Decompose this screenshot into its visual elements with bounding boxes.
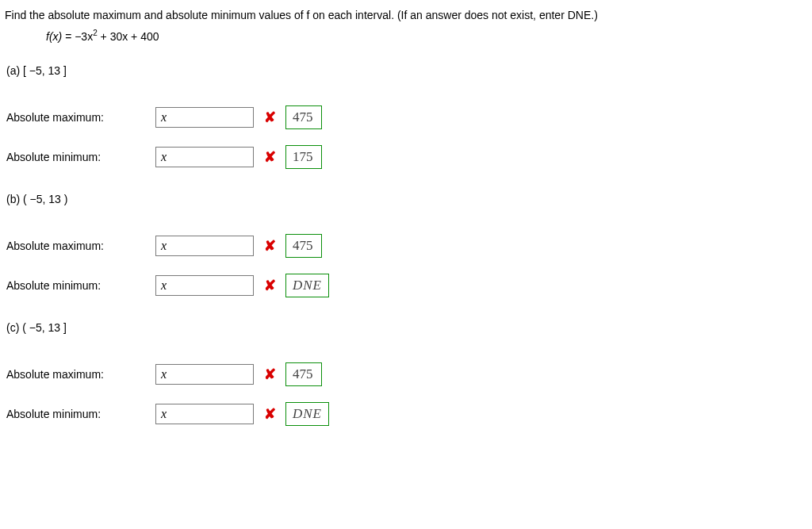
answer-input[interactable]: x: [155, 364, 254, 385]
part-a-max-row: Absolute maximum: x ✘ 475: [6, 101, 807, 134]
wrong-icon: ✘: [263, 237, 276, 255]
answer-input[interactable]: x: [155, 404, 254, 424]
wrong-icon: ✘: [263, 148, 276, 166]
correct-answer-box: 475: [285, 362, 322, 386]
answer-input[interactable]: x: [155, 147, 254, 167]
wrong-icon: ✘: [263, 405, 276, 423]
fn-rhs-a: −3x: [75, 29, 93, 42]
abs-min-label: Absolute minimum:: [6, 279, 155, 292]
answer-input[interactable]: x: [155, 236, 254, 256]
part-c-min-row: Absolute minimum: x ✘ DNE: [6, 397, 807, 431]
abs-min-label: Absolute minimum:: [6, 151, 155, 163]
correct-answer-box: 475: [285, 234, 322, 258]
answer-input[interactable]: x: [155, 107, 254, 128]
fn-rhs-b: + 30x + 400: [98, 29, 159, 42]
wrong-icon: ✘: [263, 366, 276, 383]
question-prompt: Find the absolute maximum and absolute m…: [5, 8, 807, 24]
abs-max-label: Absolute maximum:: [6, 240, 155, 252]
correct-answer-box: 175: [285, 145, 322, 169]
prompt-text: Find the absolute maximum and absolute m…: [5, 9, 598, 21]
abs-max-label: Absolute maximum:: [6, 111, 155, 124]
part-a-min-row: Absolute minimum: x ✘ 175: [6, 140, 807, 174]
function-definition: f(x) = −3x2 + 30x + 400: [46, 29, 807, 43]
wrong-icon: ✘: [263, 277, 276, 294]
part-b-label: (b) ( −5, 13 ): [6, 193, 807, 205]
correct-answer-box: 475: [285, 105, 322, 129]
abs-min-label: Absolute minimum:: [6, 408, 155, 420]
part-c-max-row: Absolute maximum: x ✘ 475: [6, 358, 807, 391]
wrong-icon: ✘: [263, 109, 276, 126]
part-b-max-row: Absolute maximum: x ✘ 475: [6, 229, 807, 263]
part-b-min-row: Absolute minimum: x ✘ DNE: [6, 269, 807, 302]
part-a-label: (a) [ −5, 13 ]: [6, 64, 807, 77]
answer-input[interactable]: x: [155, 275, 254, 296]
correct-answer-box: DNE: [285, 402, 329, 426]
part-c-label: (c) ( −5, 13 ]: [6, 321, 807, 334]
correct-answer-box: DNE: [285, 274, 329, 297]
fn-lhs: f(x) =: [46, 29, 75, 42]
abs-max-label: Absolute maximum:: [6, 368, 155, 381]
